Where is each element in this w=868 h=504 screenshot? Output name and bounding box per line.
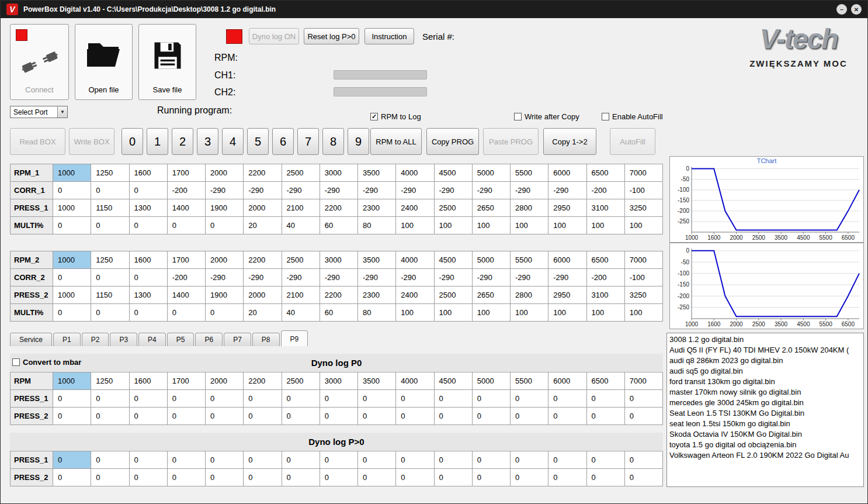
table-cell[interactable]: 0 [625,451,663,469]
table-cell[interactable]: -290 [320,182,358,199]
table-cell[interactable]: 0 [168,217,206,234]
table-cell[interactable]: 60 [320,217,358,234]
table-cell[interactable]: 3100 [587,199,625,217]
table-cell[interactable]: 6000 [548,372,586,390]
tab-p9[interactable]: P9 [281,330,308,346]
table-cell[interactable]: 0 [511,469,548,486]
table-cell[interactable]: 4000 [396,164,434,182]
table-cell[interactable]: 2200 [320,199,358,217]
table-cell[interactable]: 0 [511,390,548,408]
table-cell[interactable]: 0 [358,408,396,425]
table-cell[interactable]: 100 [473,304,511,322]
table-cell[interactable]: 0 [130,182,168,199]
file-list-item[interactable]: Skoda Octavia IV 150KM Go Digital.bin [667,429,863,440]
digit-button-7[interactable]: 7 [297,128,319,155]
table-cell[interactable]: 0 [511,408,548,425]
table-cell[interactable]: 1000 [53,164,91,182]
table-cell[interactable]: 0 [130,390,168,408]
instruction-button[interactable]: Instruction [364,28,414,44]
table-cell[interactable]: 0 [548,408,586,425]
table-cell[interactable]: 100 [548,304,586,322]
table-cell[interactable]: 4500 [435,164,473,182]
tab-p3[interactable]: P3 [110,333,137,346]
table-cell[interactable]: -290 [396,269,434,286]
table-cell[interactable]: -290 [396,182,434,199]
table-cell[interactable]: 2500 [282,251,320,269]
table-cell[interactable]: 0 [548,451,586,469]
table-cell[interactable]: -290 [473,182,511,199]
table-cell[interactable]: 0 [130,451,168,469]
table-cell[interactable]: 0 [473,451,511,469]
file-list-item[interactable]: audi q8 286km 2023 go digital.bin [667,355,863,366]
table-cell[interactable]: 0 [625,408,663,425]
table-cell[interactable]: 4000 [396,251,434,269]
table-cell[interactable]: 0 [358,469,396,486]
table-cell[interactable]: 100 [548,217,586,234]
table-cell[interactable]: 1250 [91,251,129,269]
table-cell[interactable]: 0 [130,469,168,486]
table-cell[interactable]: -290 [511,269,548,286]
table-cell[interactable]: 0 [91,304,129,322]
table-cell[interactable]: 2200 [244,372,282,390]
table-cell[interactable]: 0 [130,304,168,322]
table-cell[interactable]: 0 [320,408,358,425]
table-cell[interactable]: 0 [130,269,168,286]
table-cell[interactable]: 0 [168,390,206,408]
table-cell[interactable]: 20 [244,217,282,234]
table-cell[interactable]: 0 [206,217,244,234]
table-cell[interactable]: 0 [435,469,473,486]
table-cell[interactable]: 0 [435,390,473,408]
table-cell[interactable]: 6500 [587,372,625,390]
table-cell[interactable]: 0 [282,408,320,425]
table-cell[interactable]: 1250 [91,372,129,390]
table-cell[interactable]: 0 [511,451,548,469]
table-cell[interactable]: -290 [282,182,320,199]
table-cell[interactable]: 0 [168,408,206,425]
table-cell[interactable]: 0 [435,408,473,425]
convert-to-mbar-checkbox[interactable]: Convert to mbar [12,358,81,367]
table-cell[interactable]: 0 [282,469,320,486]
table-cell[interactable]: 4500 [435,372,473,390]
table-cell[interactable]: 1700 [168,251,206,269]
file-list-item[interactable]: audi sq5 go digital.bin [667,366,863,377]
table-cell[interactable]: 0 [91,269,129,286]
table-cell[interactable]: -200 [168,269,206,286]
table-cell[interactable]: 1000 [53,251,91,269]
table-cell[interactable]: -290 [206,182,244,199]
connect-button[interactable]: Connect [10,24,69,100]
digit-button-5[interactable]: 5 [247,128,269,155]
file-list-item[interactable]: Audi Q5 II (FY FL) 40 TDI MHEV 2.0 150kW… [667,345,863,355]
table-cell[interactable]: 100 [396,217,434,234]
table-cell[interactable]: 0 [91,451,129,469]
table-cell[interactable]: 100 [473,217,511,234]
table-cell[interactable]: 2000 [206,372,244,390]
table-cell[interactable]: 0 [396,451,434,469]
close-button[interactable]: ✕ [851,4,862,15]
rpm-to-log-checkbox[interactable]: RPM to Log [370,112,421,121]
table-cell[interactable]: 0 [244,469,282,486]
tab-p1[interactable]: P1 [53,333,81,346]
table-cell[interactable]: 0 [320,451,358,469]
table-cell[interactable]: 2400 [396,286,434,304]
table-cell[interactable]: -290 [320,269,358,286]
table-cell[interactable]: 100 [587,304,625,322]
table-cell[interactable]: 0 [130,217,168,234]
table-cell[interactable]: 2500 [282,372,320,390]
table-cell[interactable]: 0 [435,451,473,469]
table-cell[interactable]: 0 [206,469,244,486]
table-cell[interactable]: 2500 [435,199,473,217]
table-cell[interactable]: 100 [435,304,473,322]
table-cell[interactable]: 40 [282,217,320,234]
table-cell[interactable]: 2100 [282,286,320,304]
digit-button-4[interactable]: 4 [222,128,244,155]
file-list-item[interactable]: Volkswagen Arteon FL 2.0 190KM 2022 Go D… [667,450,863,461]
table-cell[interactable]: 0 [625,390,663,408]
table-cell[interactable]: 0 [396,390,434,408]
table-cell[interactable]: 100 [435,217,473,234]
table-cell[interactable]: 0 [473,390,511,408]
table-cell[interactable]: 0 [91,408,129,425]
table-cell[interactable]: 0 [53,182,91,199]
table-cell[interactable]: 0 [587,451,625,469]
table-cell[interactable]: 0 [168,451,206,469]
table-cell[interactable]: -200 [168,182,206,199]
